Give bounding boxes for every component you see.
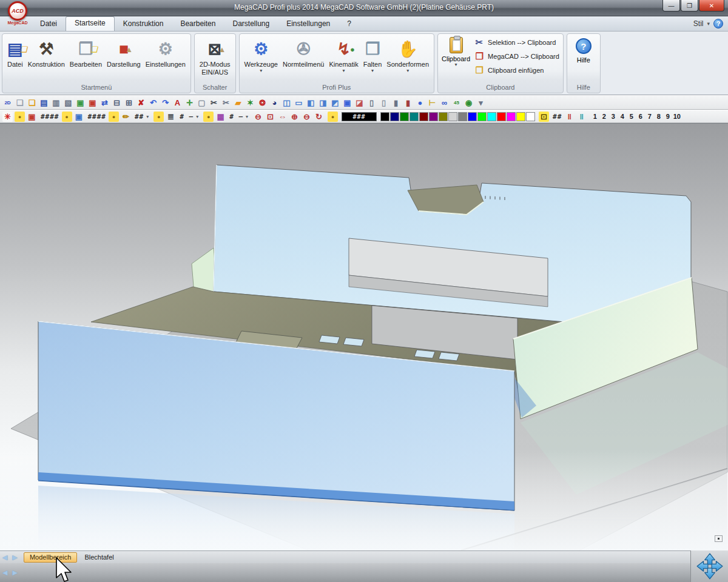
trim-axis-icon[interactable]: ✂ — [221, 98, 231, 108]
zoom-rotate-icon[interactable]: ↻ — [314, 112, 324, 122]
zoom-in-icon[interactable]: ⊕ — [289, 112, 300, 122]
linetype-icon[interactable]: ≣ — [166, 112, 176, 122]
scroll-left-icon[interactable]: ◀ — [2, 569, 7, 577]
trim-tool-icon[interactable]: ✂ — [209, 98, 219, 108]
view-front-icon[interactable]: ◧ — [306, 98, 316, 108]
doc-l-icon[interactable]: ▣ — [74, 112, 84, 122]
current-color-swatch[interactable]: ### — [342, 112, 377, 121]
chevron-down-icon[interactable]: ▾ — [246, 114, 248, 119]
group-number-field[interactable]: #### — [41, 113, 59, 121]
linetype-field[interactable]: # — — [180, 113, 194, 121]
color-swatch[interactable] — [439, 112, 448, 121]
minimize-button[interactable]: — — [662, 0, 680, 12]
chevron-down-icon[interactable]: ▾ — [196, 114, 198, 119]
cylinder-wire-icon[interactable]: ▯ — [366, 98, 377, 108]
save-file-icon[interactable]: ▤ — [39, 98, 49, 108]
kinematik-button[interactable]: ↯● Kinematik ▾ — [326, 36, 360, 74]
view-sphere-icon[interactable]: ◕ — [269, 98, 280, 108]
redo-icon[interactable]: ↷ — [160, 98, 170, 108]
tab-help[interactable]: ? — [339, 17, 360, 31]
color-swatch[interactable] — [429, 112, 438, 121]
screen-paste-icon[interactable]: ⊞ — [124, 98, 134, 108]
hilfe-button[interactable]: ? Hilfe — [570, 36, 598, 64]
color-swatch[interactable] — [410, 112, 419, 121]
pen-icon[interactable]: ✏ — [121, 112, 131, 122]
view-top-icon[interactable]: ◩ — [330, 98, 340, 108]
color-swatch[interactable] — [497, 112, 506, 121]
scroll-right-icon[interactable]: ▶ — [12, 569, 17, 577]
view-side-icon[interactable]: ◨ — [318, 98, 328, 108]
layer-count-field[interactable]: ## — [553, 113, 562, 121]
doc-export-icon[interactable]: ▣ — [75, 98, 86, 108]
view-cube-icon[interactable]: ◫ — [281, 98, 292, 108]
einstellungen-button[interactable]: ⚙ Einstellungen — [143, 36, 188, 74]
layer-number-button[interactable]: 9 — [663, 113, 672, 120]
search-binocular-icon[interactable]: ∞ — [439, 98, 450, 108]
viewport-icon[interactable]: ▣ — [342, 98, 352, 108]
tab-darstellung[interactable]: Darstellung — [224, 17, 278, 31]
clipboard-einfuegen-button[interactable]: ❒ Clipboard einfügen — [474, 65, 559, 76]
megacad-clipboard-button[interactable]: ❐ MegaCAD --> Clipboard — [474, 51, 559, 62]
work-plane-icon[interactable]: ▰ — [233, 98, 243, 108]
cylinder-solid-icon[interactable]: ▮ — [391, 98, 401, 108]
pan-control[interactable] — [690, 550, 728, 582]
tab-modellbereich[interactable]: Modellbereich — [24, 552, 77, 563]
mode-2d-3d-icon[interactable]: 2D — [2, 98, 13, 108]
color-swatch[interactable] — [380, 112, 389, 121]
toolbar-overflow-icon[interactable]: ▾ — [476, 98, 486, 108]
opengl-shading-icon[interactable]: ● — [415, 98, 425, 108]
color-swatch[interactable] — [419, 112, 428, 121]
falten-button[interactable]: ❒ Falten ▾ — [361, 36, 385, 74]
sonderformen-button[interactable]: ✋ Sonderformen ▾ — [384, 36, 431, 74]
layer-number-button[interactable]: 10 — [672, 113, 681, 120]
coord-system-icon[interactable]: ✛ — [184, 98, 195, 108]
normteilmenu-button[interactable]: ✇ Normteilmenü — [280, 36, 326, 74]
lock-linetype-icon[interactable]: • — [153, 112, 164, 122]
viewport-3d[interactable] — [0, 123, 728, 550]
layer-number-button[interactable]: 5 — [627, 113, 636, 120]
tab-datei[interactable]: Datei — [32, 17, 66, 31]
tab-blechtafel[interactable]: Blechtafel — [77, 553, 121, 561]
new-file-icon[interactable]: ❏ — [15, 98, 25, 108]
print-preview-icon[interactable]: ▧ — [63, 98, 73, 108]
zoom-out-icon[interactable]: ⊖ — [302, 112, 312, 122]
print-icon[interactable]: ▥ — [51, 98, 61, 108]
layer-number-button[interactable]: 7 — [645, 113, 654, 120]
bearbeiten-button[interactable]: ❐❏ Bearbeiten — [67, 36, 104, 74]
linewidth-field[interactable]: # — — [229, 113, 243, 121]
zoom-window-icon[interactable]: ⊡ — [265, 112, 275, 122]
mode-2d-toggle-button[interactable]: ⊠▲ 2D-Modus EIN/AUS — [197, 36, 233, 76]
snap-45-icon[interactable]: 45 — [451, 98, 462, 108]
cylinder-hidden-icon[interactable]: ▯ — [379, 98, 389, 108]
color-swatch[interactable] — [526, 112, 535, 121]
datei-button[interactable]: ▤❏ Datei — [5, 36, 25, 74]
tab-startseite[interactable]: Startseite — [66, 16, 115, 31]
color-swatch[interactable] — [487, 112, 496, 121]
layer-number-button[interactable]: 6 — [636, 113, 645, 120]
rotate-view-icon[interactable]: ❂ — [257, 98, 268, 108]
eraser-icon[interactable]: ◪ — [354, 98, 365, 108]
viewport-corner-grip[interactable] — [715, 535, 723, 542]
color-swatch[interactable] — [516, 112, 525, 121]
color-swatch[interactable] — [400, 112, 409, 121]
zoom-previous-icon[interactable]: ⊖ — [253, 112, 263, 122]
help-icon[interactable]: ? — [713, 19, 723, 28]
selektion-clipboard-button[interactable]: ✂ Selektion --> Clipboard — [474, 37, 559, 48]
tab-konstruktion[interactable]: Konstruktion — [115, 17, 172, 31]
clip-cube-icon[interactable]: ▢ — [197, 98, 207, 108]
zoom-extents-icon[interactable]: ⇔ — [277, 112, 288, 122]
layer-bars-icon[interactable]: ‖ — [564, 112, 575, 122]
lock-pen-icon[interactable]: • — [109, 112, 119, 122]
layer-number-field[interactable]: #### — [88, 113, 107, 121]
swap-views-icon[interactable]: ⇄ — [99, 98, 110, 108]
tab-einstellungen[interactable]: Einstellungen — [278, 17, 339, 31]
axes-3d-icon[interactable]: ✶ — [245, 98, 255, 108]
acad-plot-icon[interactable]: A — [172, 98, 183, 108]
doc-number-icon[interactable]: ▣ — [87, 98, 98, 108]
cylinder-red-icon[interactable]: ▮ — [403, 98, 413, 108]
lock-group-icon[interactable]: • — [15, 112, 25, 122]
tab-bearbeiten[interactable]: Bearbeiten — [172, 17, 224, 31]
clipboard-button[interactable]: Clipboard ▾ — [442, 36, 470, 68]
restore-button[interactable]: ❐ — [681, 0, 698, 12]
layer-number-button[interactable]: 8 — [654, 113, 663, 120]
